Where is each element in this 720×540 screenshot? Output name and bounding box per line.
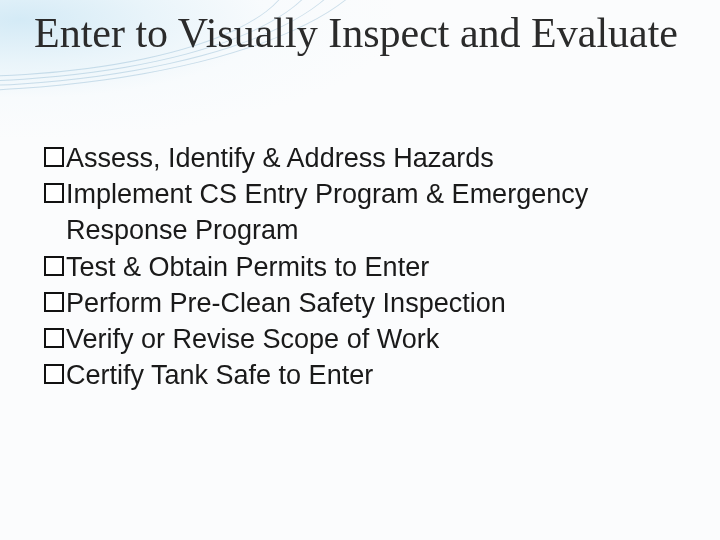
list-item-label: Implement CS Entry Program & Emergency R… xyxy=(66,176,660,248)
slide-title: Enter to Visually Inspect and Evaluate xyxy=(34,10,690,57)
bullet-icon xyxy=(44,256,64,276)
list-item-label: Test & Obtain Permits to Enter xyxy=(66,249,660,285)
bullet-icon xyxy=(44,292,64,312)
list-item-label: Certify Tank Safe to Enter xyxy=(66,357,660,393)
list-item: Assess, Identify & Address Hazards xyxy=(44,140,660,176)
list-item: Test & Obtain Permits to Enter xyxy=(44,249,660,285)
bullet-icon xyxy=(44,364,64,384)
list-item-label: Perform Pre-Clean Safety Inspection xyxy=(66,285,660,321)
bullet-icon xyxy=(44,183,64,203)
list-item: Certify Tank Safe to Enter xyxy=(44,357,660,393)
bullet-icon xyxy=(44,328,64,348)
list-item: Perform Pre-Clean Safety Inspection xyxy=(44,285,660,321)
list-item: Implement CS Entry Program & Emergency R… xyxy=(44,176,660,248)
list-item: Verify or Revise Scope of Work xyxy=(44,321,660,357)
slide: Enter to Visually Inspect and Evaluate A… xyxy=(0,0,720,540)
bullet-icon xyxy=(44,147,64,167)
slide-body: Assess, Identify & Address Hazards Imple… xyxy=(44,140,660,393)
list-item-label: Verify or Revise Scope of Work xyxy=(66,321,660,357)
list-item-label: Assess, Identify & Address Hazards xyxy=(66,140,660,176)
